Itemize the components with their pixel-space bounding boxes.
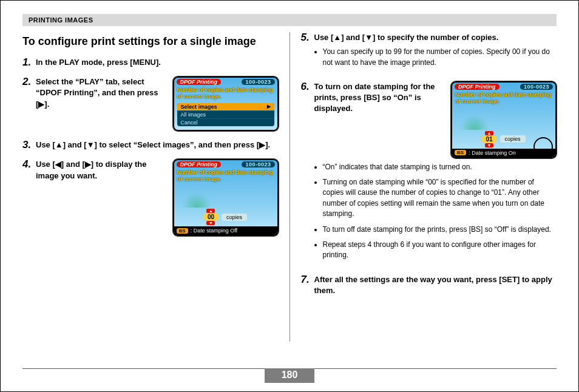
bs-chip: BS (455, 150, 466, 155)
step-6-note: To turn off date stamping for the prints… (323, 225, 557, 235)
step-3-text: Use [▲] and [▼] to select “Select images… (36, 140, 279, 150)
step-6-text: To turn on date stamping for the prints,… (314, 81, 445, 115)
up-arrow-icon: ▲ (485, 131, 493, 135)
step-6-note: “On” indicates that date stamping is tur… (323, 162, 557, 172)
screenshot-copies-on: DPOF Printing 100-0023 Number of copies … (451, 81, 557, 158)
up-arrow-icon: ▲ (206, 209, 215, 213)
screenshot-title: DPOF Printing (177, 79, 222, 85)
screenshot-message: Number of copies and date stamping of cu… (452, 90, 555, 108)
copies-label: copies (500, 135, 526, 143)
step-6-note: Turning on date stamping while “00” is s… (323, 177, 557, 220)
step-2-text: Select the “PLAY” tab, select “DPOF Prin… (36, 76, 167, 110)
page-number: 180 (265, 368, 315, 383)
step-number: 1. (22, 57, 36, 69)
screenshot-title: DPOF Printing (177, 161, 222, 167)
step-number: 3. (22, 140, 36, 151)
screenshot-filecount: 100-0023 (520, 84, 553, 90)
step-number: 2. (22, 76, 36, 131)
date-stamping-status: : Date stamping Off (191, 228, 237, 234)
screenshot-dpof-menu: DPOF Printing 100-0023 Number of copies … (173, 76, 279, 131)
step-number: 7. (301, 274, 314, 296)
screenshot-message: Number of copies and date stamping of cu… (174, 86, 277, 103)
section-header: PRINTING IMAGES (22, 14, 557, 26)
down-arrow-icon: ▼ (485, 143, 493, 147)
down-arrow-icon: ▼ (206, 221, 215, 225)
step-1-text: In the PLAY mode, press [MENU]. (36, 57, 279, 68)
copies-value: 00 (204, 214, 218, 220)
step-number: 6. (301, 81, 314, 266)
step-7-text: After all the settings are the way you w… (314, 274, 557, 296)
menu-option-cancel: Cancel (177, 119, 274, 126)
copies-value: 01 (482, 136, 496, 143)
screenshot-title: DPOF Printing (455, 84, 499, 90)
menu-option-select-images: Select images ▶ (177, 103, 274, 111)
chevron-right-icon: ▶ (267, 104, 271, 109)
copies-label: copies (222, 214, 247, 221)
step-4-text: Use [◀] and [▶] to display the image you… (36, 159, 167, 181)
date-stamping-status: : Date stamping On (469, 150, 516, 156)
screenshot-copies-off: DPOF Printing 100-0023 Number of copies … (173, 159, 279, 236)
right-column: 5. Use [▲] and [▼] to specify the number… (290, 32, 557, 342)
step-6-note: Repeat steps 4 through 6 if you want to … (323, 240, 557, 261)
page-heading: To configure print settings for a single… (22, 35, 279, 49)
step-5-text: Use [▲] and [▼] to specify the number of… (314, 32, 557, 43)
screenshot-filecount: 100-0023 (242, 79, 274, 85)
left-column: To configure print settings for a single… (22, 32, 290, 342)
bs-chip: BS (177, 228, 188, 234)
screenshot-message: Number of copies and date stamping of cu… (174, 168, 277, 186)
step-number: 5. (301, 32, 314, 73)
screenshot-filecount: 100-0023 (242, 161, 274, 167)
step-number: 4. (22, 159, 36, 236)
menu-option-all-images: All images (177, 111, 274, 119)
page-footer: 180 (22, 368, 557, 383)
step-5-note: You can specify up to 99 for the number … (323, 47, 557, 68)
menu-option-label: Select images (181, 104, 217, 110)
